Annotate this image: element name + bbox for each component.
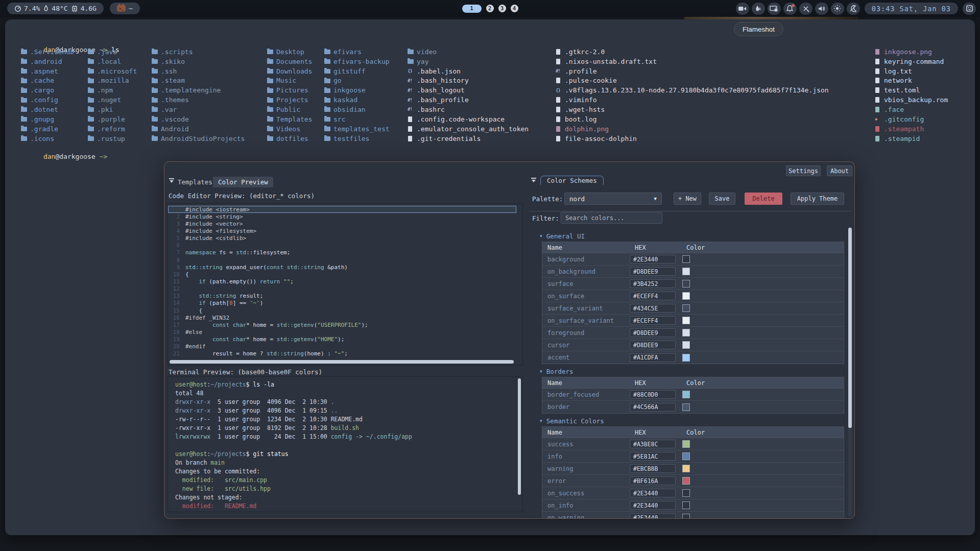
editor-horizontal-scrollbar[interactable] bbox=[170, 360, 514, 364]
flameshot-icon[interactable] bbox=[752, 3, 765, 15]
color-swatch[interactable] bbox=[682, 501, 690, 509]
tab-color-preview[interactable]: Color Preview bbox=[213, 177, 273, 187]
hex-value-field[interactable]: #ECEFF4 bbox=[630, 316, 676, 325]
hex-value-field[interactable]: #D8DEE9 bbox=[630, 267, 676, 276]
terminal-preview[interactable]: user@host:~/projects$ ls -latotal 48drwx… bbox=[168, 376, 523, 512]
entry-label: .config bbox=[30, 96, 58, 104]
hex-value-field[interactable]: #BF616A bbox=[630, 476, 676, 485]
filter-label: Filter: bbox=[532, 214, 559, 222]
entry-label: log.txt bbox=[884, 67, 912, 75]
file-icon bbox=[408, 136, 412, 141]
entry-label: efivars-backup bbox=[333, 58, 390, 65]
delete-button[interactable]: Delete bbox=[745, 193, 782, 205]
terminal-vertical-scrollbar[interactable] bbox=[518, 378, 521, 495]
screen-lock-icon[interactable] bbox=[768, 3, 781, 15]
color-swatch[interactable] bbox=[682, 465, 690, 472]
color-swatch[interactable] bbox=[682, 489, 690, 497]
system-stats-module[interactable]: 7.4% 48°C 4.6G bbox=[7, 3, 104, 14]
entry-label: .scripts bbox=[161, 48, 193, 56]
hex-value-field[interactable]: #A1CDFA bbox=[630, 353, 676, 362]
notifications-icon[interactable] bbox=[783, 3, 797, 15]
hex-value-field[interactable]: #88C0D0 bbox=[630, 390, 676, 399]
code-editor-preview[interactable]: #include <iostream>2#include <string>3#i… bbox=[168, 203, 523, 366]
hex-value-field[interactable]: #A3BE8C bbox=[630, 440, 676, 448]
about-button[interactable]: About bbox=[827, 165, 852, 176]
code-token: result = home ? bbox=[185, 350, 267, 357]
hex-value-field[interactable]: #3B4252 bbox=[630, 279, 676, 288]
palette-dropdown[interactable]: nord ▼ bbox=[564, 193, 662, 205]
hex-value-field[interactable]: #EBCB8B bbox=[630, 464, 676, 473]
clock[interactable]: 03:43 Sat, Jan 03 bbox=[865, 3, 958, 14]
column-header: HEX bbox=[630, 244, 681, 251]
listing-column: .gtkrc-2.0.nixos-unstab.draft.txt#!.prof… bbox=[556, 47, 829, 143]
color-swatch[interactable] bbox=[682, 329, 690, 337]
apply-theme-button[interactable]: Apply Theme bbox=[791, 193, 844, 205]
folder-icon bbox=[88, 79, 94, 83]
new-palette-button[interactable]: + New bbox=[674, 193, 701, 205]
dir-entry: video bbox=[408, 47, 529, 57]
settings-button[interactable]: Settings bbox=[786, 165, 821, 176]
color-swatch[interactable] bbox=[682, 391, 690, 398]
section-title[interactable]: ▼Semantic Colors bbox=[540, 417, 845, 425]
color-swatch[interactable] bbox=[682, 514, 690, 519]
section-title-text: Semantic Colors bbox=[546, 417, 604, 425]
hex-value-field[interactable]: #2E3440 bbox=[630, 501, 676, 510]
terminal-token: 1 user group 8192 Dec 2 10:28 bbox=[210, 424, 330, 432]
hex-value-field[interactable]: #ECEFF4 bbox=[630, 292, 676, 300]
workspace-2[interactable]: 2 bbox=[486, 5, 494, 12]
pointer-disabled-icon[interactable] bbox=[799, 3, 812, 15]
file-icon bbox=[875, 59, 879, 64]
color-swatch[interactable] bbox=[682, 341, 690, 349]
tray-app-icon[interactable] bbox=[963, 3, 976, 15]
color-swatch[interactable] bbox=[682, 477, 690, 485]
color-swatch[interactable] bbox=[682, 255, 690, 263]
hex-value-field[interactable]: #D8DEE9 bbox=[630, 341, 676, 349]
volume-icon[interactable] bbox=[815, 3, 828, 15]
color-swatch[interactable] bbox=[682, 292, 690, 300]
folder-icon bbox=[152, 117, 158, 122]
color-schemes-header[interactable]: Color Schemes bbox=[540, 176, 604, 185]
hex-value-field[interactable]: #2E3440 bbox=[630, 255, 676, 263]
color-swatch[interactable] bbox=[682, 280, 690, 288]
listing-column: efivarsefivars-backupgitstuffgoinkgoosek… bbox=[324, 47, 390, 143]
collapse-icon[interactable] bbox=[169, 178, 175, 183]
tab-templates[interactable]: Templates bbox=[178, 177, 212, 187]
shell-module[interactable]: >_ ~ bbox=[110, 3, 140, 14]
scrollbar-track[interactable] bbox=[848, 227, 852, 516]
save-button[interactable]: Save bbox=[709, 193, 735, 205]
entry-label: templates_test bbox=[333, 125, 390, 133]
night-light-icon[interactable] bbox=[847, 3, 860, 15]
hex-value-field[interactable]: #2E3440 bbox=[630, 489, 676, 497]
hex-value-field[interactable]: #5E81AC bbox=[630, 452, 676, 461]
workspace-4[interactable]: 4 bbox=[511, 5, 518, 12]
workspace-1[interactable]: 1 bbox=[462, 5, 482, 13]
workspace-3[interactable]: 3 bbox=[498, 5, 506, 12]
color-swatch[interactable] bbox=[682, 354, 690, 362]
color-swatch[interactable] bbox=[682, 317, 690, 324]
entry-label: .aspnet bbox=[30, 67, 58, 75]
camera-icon[interactable] bbox=[736, 3, 749, 15]
color-swatch[interactable] bbox=[682, 440, 690, 448]
terminal-token: new file: src/utils.hpp bbox=[182, 485, 271, 492]
color-swatch[interactable] bbox=[682, 268, 690, 275]
brightness-icon[interactable] bbox=[831, 3, 844, 15]
color-swatch[interactable] bbox=[682, 304, 690, 312]
section-title[interactable]: ▼General UI bbox=[540, 232, 845, 240]
hex-value-field[interactable]: #2E3440 bbox=[630, 513, 676, 519]
section-title[interactable]: ▼Borders bbox=[540, 367, 845, 375]
file-entry: .nixos-unstab.draft.txt bbox=[556, 57, 829, 66]
code-token: (path.empty()) bbox=[206, 278, 260, 285]
entry-label: .var bbox=[161, 106, 177, 113]
hex-value-field[interactable]: #D8DEE9 bbox=[630, 328, 676, 337]
line-number: 18 bbox=[168, 329, 185, 336]
dir-entry: .icons bbox=[21, 134, 74, 143]
script-icon: #! bbox=[408, 98, 415, 103]
color-tables-area[interactable]: ▼General UINameHEXColorbackground#2E3440… bbox=[529, 227, 845, 519]
search-colors-input[interactable] bbox=[561, 212, 662, 224]
color-swatch[interactable] bbox=[682, 452, 690, 460]
hex-value-field[interactable]: #434C5E bbox=[630, 304, 676, 313]
scrollbar-thumb[interactable] bbox=[848, 228, 852, 428]
collapse-icon[interactable] bbox=[531, 178, 537, 183]
hex-value-field[interactable]: #4C566A bbox=[630, 403, 676, 412]
color-swatch[interactable] bbox=[682, 403, 690, 411]
